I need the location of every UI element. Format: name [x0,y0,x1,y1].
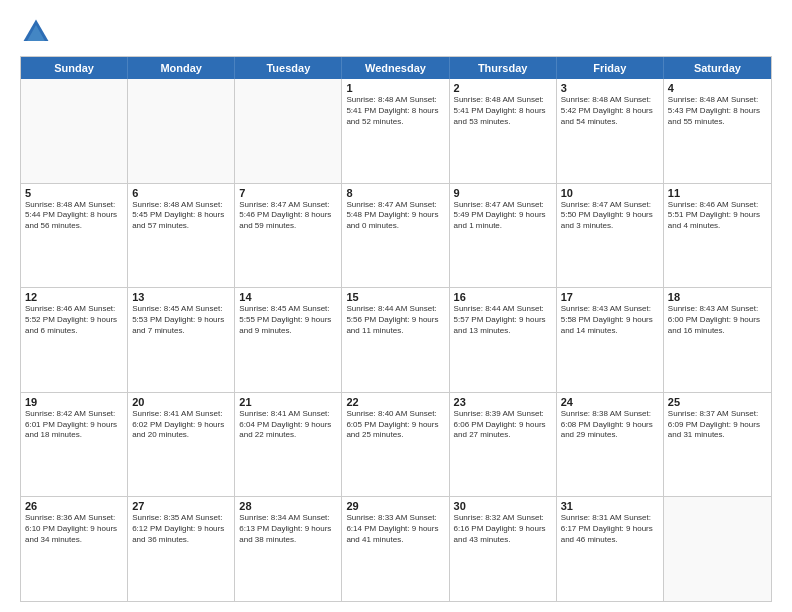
day-info: Sunrise: 8:44 AM Sunset: 5:56 PM Dayligh… [346,304,444,336]
calendar-week-4: 19Sunrise: 8:42 AM Sunset: 6:01 PM Dayli… [21,393,771,498]
day-number: 7 [239,187,337,199]
day-number: 29 [346,500,444,512]
table-row: 18Sunrise: 8:43 AM Sunset: 6:00 PM Dayli… [664,288,771,392]
day-info: Sunrise: 8:44 AM Sunset: 5:57 PM Dayligh… [454,304,552,336]
table-row: 12Sunrise: 8:46 AM Sunset: 5:52 PM Dayli… [21,288,128,392]
day-info: Sunrise: 8:48 AM Sunset: 5:44 PM Dayligh… [25,200,123,232]
day-info: Sunrise: 8:43 AM Sunset: 6:00 PM Dayligh… [668,304,767,336]
day-number: 21 [239,396,337,408]
day-info: Sunrise: 8:42 AM Sunset: 6:01 PM Dayligh… [25,409,123,441]
table-row: 15Sunrise: 8:44 AM Sunset: 5:56 PM Dayli… [342,288,449,392]
day-info: Sunrise: 8:48 AM Sunset: 5:42 PM Dayligh… [561,95,659,127]
day-number: 3 [561,82,659,94]
table-row: 28Sunrise: 8:34 AM Sunset: 6:13 PM Dayli… [235,497,342,601]
table-row: 30Sunrise: 8:32 AM Sunset: 6:16 PM Dayli… [450,497,557,601]
day-number: 25 [668,396,767,408]
day-info: Sunrise: 8:48 AM Sunset: 5:41 PM Dayligh… [454,95,552,127]
day-number: 8 [346,187,444,199]
day-info: Sunrise: 8:37 AM Sunset: 6:09 PM Dayligh… [668,409,767,441]
table-row: 13Sunrise: 8:45 AM Sunset: 5:53 PM Dayli… [128,288,235,392]
day-info: Sunrise: 8:45 AM Sunset: 5:53 PM Dayligh… [132,304,230,336]
day-info: Sunrise: 8:48 AM Sunset: 5:43 PM Dayligh… [668,95,767,127]
table-row: 23Sunrise: 8:39 AM Sunset: 6:06 PM Dayli… [450,393,557,497]
header-day-wednesday: Wednesday [342,57,449,79]
table-row [128,79,235,183]
day-info: Sunrise: 8:31 AM Sunset: 6:17 PM Dayligh… [561,513,659,545]
table-row: 7Sunrise: 8:47 AM Sunset: 5:46 PM Daylig… [235,184,342,288]
day-info: Sunrise: 8:41 AM Sunset: 6:02 PM Dayligh… [132,409,230,441]
calendar-week-3: 12Sunrise: 8:46 AM Sunset: 5:52 PM Dayli… [21,288,771,393]
header-day-friday: Friday [557,57,664,79]
day-number: 12 [25,291,123,303]
day-number: 24 [561,396,659,408]
day-number: 26 [25,500,123,512]
logo [20,16,56,48]
day-number: 5 [25,187,123,199]
table-row: 25Sunrise: 8:37 AM Sunset: 6:09 PM Dayli… [664,393,771,497]
day-info: Sunrise: 8:34 AM Sunset: 6:13 PM Dayligh… [239,513,337,545]
table-row: 9Sunrise: 8:47 AM Sunset: 5:49 PM Daylig… [450,184,557,288]
header-day-sunday: Sunday [21,57,128,79]
table-row: 2Sunrise: 8:48 AM Sunset: 5:41 PM Daylig… [450,79,557,183]
day-number: 1 [346,82,444,94]
day-info: Sunrise: 8:46 AM Sunset: 5:51 PM Dayligh… [668,200,767,232]
day-number: 2 [454,82,552,94]
day-info: Sunrise: 8:40 AM Sunset: 6:05 PM Dayligh… [346,409,444,441]
day-number: 20 [132,396,230,408]
day-number: 28 [239,500,337,512]
day-info: Sunrise: 8:47 AM Sunset: 5:49 PM Dayligh… [454,200,552,232]
day-number: 16 [454,291,552,303]
header-day-monday: Monday [128,57,235,79]
table-row: 17Sunrise: 8:43 AM Sunset: 5:58 PM Dayli… [557,288,664,392]
day-number: 22 [346,396,444,408]
calendar-header: SundayMondayTuesdayWednesdayThursdayFrid… [21,57,771,79]
day-info: Sunrise: 8:38 AM Sunset: 6:08 PM Dayligh… [561,409,659,441]
table-row [21,79,128,183]
table-row: 4Sunrise: 8:48 AM Sunset: 5:43 PM Daylig… [664,79,771,183]
day-info: Sunrise: 8:32 AM Sunset: 6:16 PM Dayligh… [454,513,552,545]
day-number: 14 [239,291,337,303]
table-row: 22Sunrise: 8:40 AM Sunset: 6:05 PM Dayli… [342,393,449,497]
logo-icon [20,16,52,48]
day-info: Sunrise: 8:33 AM Sunset: 6:14 PM Dayligh… [346,513,444,545]
day-info: Sunrise: 8:39 AM Sunset: 6:06 PM Dayligh… [454,409,552,441]
day-info: Sunrise: 8:47 AM Sunset: 5:48 PM Dayligh… [346,200,444,232]
table-row: 5Sunrise: 8:48 AM Sunset: 5:44 PM Daylig… [21,184,128,288]
day-number: 31 [561,500,659,512]
day-info: Sunrise: 8:45 AM Sunset: 5:55 PM Dayligh… [239,304,337,336]
day-number: 9 [454,187,552,199]
day-number: 19 [25,396,123,408]
day-number: 18 [668,291,767,303]
table-row: 16Sunrise: 8:44 AM Sunset: 5:57 PM Dayli… [450,288,557,392]
day-info: Sunrise: 8:41 AM Sunset: 6:04 PM Dayligh… [239,409,337,441]
table-row: 6Sunrise: 8:48 AM Sunset: 5:45 PM Daylig… [128,184,235,288]
header-day-tuesday: Tuesday [235,57,342,79]
header [20,16,772,48]
day-number: 15 [346,291,444,303]
day-number: 10 [561,187,659,199]
table-row: 21Sunrise: 8:41 AM Sunset: 6:04 PM Dayli… [235,393,342,497]
table-row: 11Sunrise: 8:46 AM Sunset: 5:51 PM Dayli… [664,184,771,288]
day-info: Sunrise: 8:48 AM Sunset: 5:45 PM Dayligh… [132,200,230,232]
day-info: Sunrise: 8:48 AM Sunset: 5:41 PM Dayligh… [346,95,444,127]
header-day-saturday: Saturday [664,57,771,79]
day-number: 27 [132,500,230,512]
day-number: 6 [132,187,230,199]
day-number: 13 [132,291,230,303]
table-row [664,497,771,601]
table-row: 26Sunrise: 8:36 AM Sunset: 6:10 PM Dayli… [21,497,128,601]
day-number: 4 [668,82,767,94]
table-row: 24Sunrise: 8:38 AM Sunset: 6:08 PM Dayli… [557,393,664,497]
table-row: 27Sunrise: 8:35 AM Sunset: 6:12 PM Dayli… [128,497,235,601]
table-row: 1Sunrise: 8:48 AM Sunset: 5:41 PM Daylig… [342,79,449,183]
page: SundayMondayTuesdayWednesdayThursdayFrid… [0,0,792,612]
table-row: 31Sunrise: 8:31 AM Sunset: 6:17 PM Dayli… [557,497,664,601]
day-info: Sunrise: 8:46 AM Sunset: 5:52 PM Dayligh… [25,304,123,336]
table-row: 10Sunrise: 8:47 AM Sunset: 5:50 PM Dayli… [557,184,664,288]
calendar-body: 1Sunrise: 8:48 AM Sunset: 5:41 PM Daylig… [21,79,771,601]
day-number: 11 [668,187,767,199]
day-number: 17 [561,291,659,303]
header-day-thursday: Thursday [450,57,557,79]
calendar-week-1: 1Sunrise: 8:48 AM Sunset: 5:41 PM Daylig… [21,79,771,184]
calendar: SundayMondayTuesdayWednesdayThursdayFrid… [20,56,772,602]
